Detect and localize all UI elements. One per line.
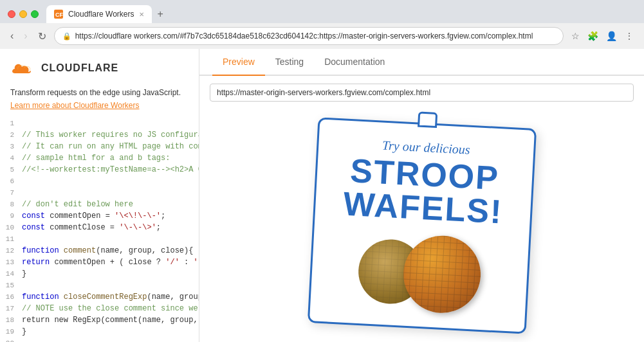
tab-favicon-icon: CF [54,10,63,19]
waffle-circle-front [401,234,483,315]
learn-more-link[interactable]: Learn more about Cloudflare Workers [0,101,199,118]
reload-button[interactable]: ↻ [35,28,49,45]
code-line: 18 return new RegExp(comment(name, group… [0,314,199,326]
new-tab-button[interactable]: + [152,8,168,20]
waffle-circles [356,231,483,315]
code-line: 17 // NOTE use the close comment since w… [0,303,199,314]
tab-close-button[interactable]: ✕ [139,11,144,18]
code-line: 15 [0,280,199,291]
code-line: 3 // It can run on any HTML page with co… [0,141,199,152]
account-button[interactable]: 👤 [603,28,620,44]
svg-text:CF: CF [55,12,63,18]
url-text: https://cloudflare workers.com/#f7b7c3dc… [75,32,555,40]
code-line: 11 [0,233,199,245]
waffle-card: Try our delicious STROOP WAFELS! [307,117,536,334]
title-bar: CF Cloudflare Workers ✕ + [0,0,644,23]
code-line: 1 [0,118,199,129]
bookmark-button[interactable]: ☆ [569,28,582,44]
tab-title: Cloudflare Workers [68,10,134,19]
address-bar[interactable]: 🔒 https://cloudflare workers.com/#f7b7c3… [54,27,564,45]
code-line: 13 return commentOpen + ( close ? '/' : … [0,256,199,268]
menu-button[interactable]: ⋮ [622,28,636,44]
card-title-line2: WAFELS! [342,187,503,229]
sidebar: CLOUDFLARE Transform requests on the edg… [0,49,199,342]
code-line: 16 function closeCommentRegExp(name, gro… [0,291,199,303]
maximize-window-button[interactable] [31,10,39,18]
minimize-window-button[interactable] [19,10,27,18]
tab-testing[interactable]: Testing [265,49,314,76]
close-window-button[interactable] [8,10,15,18]
code-line: 4 // sample html for a and b tags: [0,152,199,164]
waffle-grid-front [401,234,483,315]
svg-point-3 [401,234,483,315]
tab-documentation[interactable]: Documentation [314,49,395,76]
code-line: 6 [0,176,199,187]
preview-content: Try our delicious STROOP WAFELS! [199,109,644,342]
panel-tabs: Preview Testing Documentation [199,49,644,76]
tab-preview[interactable]: Preview [212,49,265,76]
cloudflare-logo: CLOUDFLARE [0,59,199,87]
browser-tab[interactable]: CF Cloudflare Workers ✕ [46,5,152,23]
tab-bar: CF Cloudflare Workers ✕ + [46,5,636,23]
code-line: 9 const commentOpen = '\<\!\-\-'; [0,210,199,222]
right-panel: Preview Testing Documentation https://ma… [199,49,644,342]
traffic-lights [8,10,39,18]
nav-bar: ‹ › ↻ 🔒 https://cloudflare workers.com/#… [0,23,644,49]
forward-button[interactable]: › [21,28,30,44]
code-line: 19 } [0,326,199,338]
code-line: 12 function comment(name, group, close){ [0,245,199,256]
card-title: STROOP WAFELS! [342,154,505,229]
code-line: 5 //<!--workertest:myTestName=a--><h2>A … [0,164,199,176]
cf-logo-icon [10,59,36,77]
code-line: 8 // don't edit below here [0,199,199,210]
nav-actions: ☆ 🧩 👤 ⋮ [569,28,636,44]
code-line: 7 [0,187,199,199]
code-editor[interactable]: 1 2 // This worker requires no JS config… [0,118,199,342]
preview-url-bar[interactable]: https://master-origin-servers-workers.fg… [210,84,634,102]
back-button[interactable]: ‹ [8,28,16,44]
cf-logo-text: CLOUDFLARE [41,62,118,74]
sidebar-tagline: Transform requests on the edge using Jav… [0,87,199,101]
card-clip [418,111,437,128]
browser-chrome: CF Cloudflare Workers ✕ + ‹ › ↻ 🔒 https:… [0,0,644,342]
extensions-button[interactable]: 🧩 [585,28,601,44]
code-line: 20 [0,338,199,342]
preview-url-text: https://master-origin-servers-workers.fg… [217,88,430,97]
code-line: 14 } [0,268,199,280]
code-line: 10 const commentClose = '\-\-\>'; [0,222,199,233]
main-content: CLOUDFLARE Transform requests on the edg… [0,49,644,342]
code-line: 2 // This worker requires no JS configur… [0,129,199,141]
lock-icon: 🔒 [62,32,71,40]
